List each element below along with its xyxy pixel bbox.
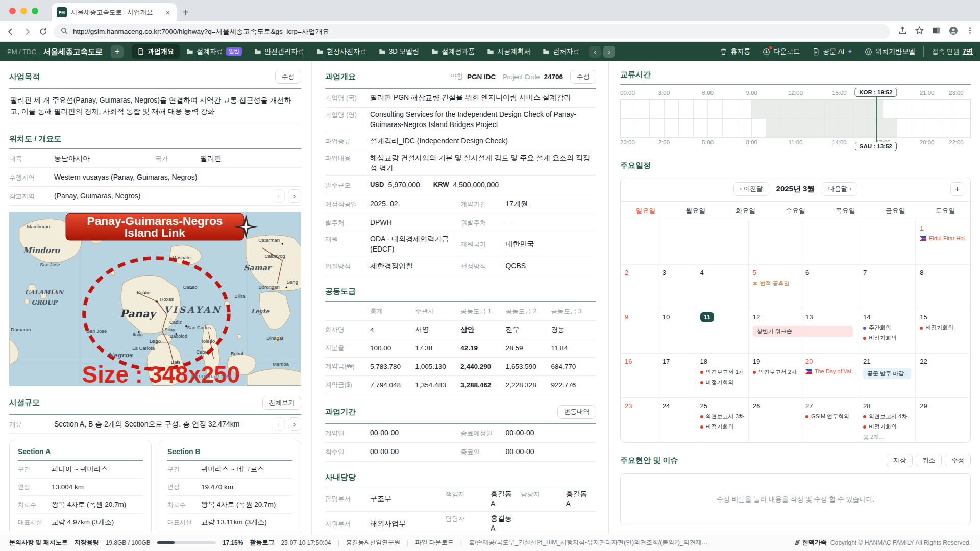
side-panel-icon[interactable]	[932, 26, 941, 37]
calendar-day[interactable]: 5법적 공휴일	[749, 265, 801, 309]
calendar-day[interactable]: 2	[621, 265, 658, 309]
calendar-day[interactable]: 24	[658, 398, 696, 442]
edit-issues-button[interactable]: 수정	[945, 454, 971, 467]
calendar-day[interactable]: 26	[749, 398, 801, 442]
calendar-day[interactable]: 15비정기회의	[916, 309, 970, 354]
calendar-day[interactable]: 14주간회의비정기회의	[859, 309, 916, 354]
minimize-window-button[interactable]	[20, 8, 27, 14]
calendar-day[interactable]: 19의견보고서 2차	[749, 354, 801, 398]
calendar-event[interactable]: 비정기회의	[700, 379, 744, 386]
maximize-window-button[interactable]	[32, 8, 38, 14]
calendar-day[interactable]	[696, 220, 749, 265]
nav-tab[interactable]: 런처자료	[537, 44, 585, 59]
holiday-event[interactable]: The Day of Val..	[805, 368, 854, 374]
edit-purpose-button[interactable]: 수정	[275, 70, 301, 84]
nav-tab[interactable]: 설계자료일반	[181, 44, 248, 59]
address-bar[interactable]	[54, 24, 890, 39]
more-events-label[interactable]: 및 2개...	[863, 433, 911, 441]
workshop-event[interactable]: 상반기 워크숍	[753, 326, 853, 337]
forward-icon[interactable]	[22, 27, 32, 36]
reload-icon[interactable]	[39, 27, 47, 36]
calendar-day[interactable]	[859, 220, 916, 265]
calendar-day[interactable]: 23	[621, 398, 658, 442]
add-project-button[interactable]: +	[111, 45, 124, 58]
calendar-event[interactable]: 의견보고서 2차	[753, 368, 797, 376]
calendar-day[interactable]: 7	[859, 265, 916, 309]
url-input[interactable]	[72, 27, 883, 36]
cancel-button[interactable]: 취소	[916, 454, 942, 467]
calendar-event[interactable]: 의견보고서 4차	[863, 413, 911, 420]
tab-close-icon[interactable]: ×	[164, 8, 172, 17]
calendar-day[interactable]: 11	[696, 309, 749, 354]
prev-month-button[interactable]: ‹ 이전달	[733, 182, 769, 196]
nav-tool-list: 휴지통다운로드공문 AI✦위치기반모델	[720, 47, 915, 56]
calendar-day[interactable]	[801, 220, 859, 265]
activity-log-link[interactable]: 활동로그	[250, 538, 274, 547]
nav-tool-doc2[interactable]: 공문 AI✦	[812, 47, 852, 56]
calendar-day[interactable]: 16	[621, 354, 658, 398]
online-users-count[interactable]: 7명	[963, 47, 973, 55]
share-icon[interactable]	[898, 26, 907, 37]
nav-tool-globe[interactable]: 위치기반모델	[865, 47, 915, 56]
nav-tool-trash[interactable]: 휴지통	[720, 47, 750, 56]
calendar-day[interactable]: 17	[658, 354, 696, 398]
profile-icon[interactable]	[949, 26, 958, 37]
view-all-button[interactable]: 전체보기	[262, 396, 301, 410]
next-button[interactable]: ›	[288, 417, 301, 431]
legal-holiday-event[interactable]: 법적 공휴일	[753, 280, 797, 287]
prev-button[interactable]: ‹	[272, 189, 285, 203]
bookmark-star-icon[interactable]	[915, 26, 924, 37]
add-event-button[interactable]: +	[950, 182, 964, 196]
calendar-day[interactable]: 18의견보고서 1차비정기회의	[696, 354, 749, 398]
nav-tab[interactable]: 과업개요	[132, 44, 180, 59]
calendar-day[interactable]	[658, 220, 696, 265]
nav-tab[interactable]: 현장사진자료	[311, 44, 372, 59]
holiday-event[interactable]: Eidul-Fitar Hol.	[920, 235, 966, 241]
calendar-day[interactable]: 10	[658, 309, 696, 354]
browser-tab[interactable]: PM 서울세종고속도로 : 사업개요 ×	[52, 3, 177, 21]
notice-link[interactable]: 문의사항 및 패치노트	[9, 538, 68, 547]
calendar-day[interactable]: 27GSIM 업무회의	[801, 398, 859, 442]
menu-kebab-icon[interactable]	[966, 27, 974, 36]
nav-tab[interactable]: 안전관리자료	[249, 44, 310, 59]
calendar-event[interactable]: GSIM 업무회의	[805, 413, 854, 420]
new-tab-button[interactable]: +	[183, 7, 189, 18]
nav-tab[interactable]: 설계성과품	[426, 44, 480, 59]
calendar-day[interactable]: 9	[621, 309, 658, 354]
nav-tab[interactable]: 3D 모델링	[373, 44, 425, 59]
edit-overview-button[interactable]: 수정	[570, 70, 596, 84]
calendar-day[interactable]: 4	[696, 265, 749, 309]
deadline-event[interactable]: 공문 발주 마감..	[863, 368, 911, 379]
nav-tab[interactable]: 시공계획서	[481, 44, 536, 59]
calendar-event[interactable]: 주간회의	[863, 324, 911, 332]
next-month-button[interactable]: 다음달 ›	[822, 182, 857, 196]
change-history-button[interactable]: 변동내역	[557, 405, 596, 419]
calendar-day[interactable]: 1Eidul-Fitar Hol.	[916, 220, 970, 265]
calendar-day[interactable]: 25의견보고서 3차비정기회의	[696, 398, 749, 442]
calendar-event[interactable]: 비정기회의	[920, 324, 966, 332]
calendar-event[interactable]: 비정기회의	[700, 423, 744, 431]
prev-button[interactable]: ‹	[272, 417, 285, 431]
calendar-day[interactable]	[749, 220, 801, 265]
calendar-day[interactable]: 20The Day of Val..	[801, 354, 859, 398]
calendar-day[interactable]: 29	[916, 398, 970, 442]
tabs-scroll-right-icon[interactable]: ›	[603, 46, 615, 58]
nav-tool-download[interactable]: 다운로드	[763, 47, 800, 56]
next-button[interactable]: ›	[288, 189, 301, 203]
calendar-day[interactable]: 22	[916, 354, 970, 398]
calendar-event[interactable]: 의견보고서 1차	[700, 368, 744, 376]
close-window-button[interactable]	[9, 8, 16, 14]
back-icon[interactable]	[6, 27, 15, 36]
calendar-day[interactable]: 6	[801, 265, 859, 309]
calendar-event[interactable]: 의견보고서 3차	[700, 413, 744, 420]
calendar-day[interactable]: 21공문 발주 마감..	[859, 354, 916, 398]
save-button[interactable]: 저장	[887, 454, 913, 467]
calendar-day[interactable]	[621, 220, 658, 265]
calendar-day[interactable]: 3	[658, 265, 696, 309]
tabs-scroll-left-icon[interactable]: ‹	[589, 46, 601, 58]
calendar-day[interactable]: 28의견보고서 4차비정기회의및 2개...	[859, 398, 916, 442]
calendar-day[interactable]: 12상반기 워크숍	[749, 309, 801, 354]
calendar-day[interactable]: 8	[916, 265, 970, 309]
calendar-event[interactable]: 비정기회의	[863, 334, 911, 342]
calendar-event[interactable]: 비정기회의	[863, 423, 911, 431]
